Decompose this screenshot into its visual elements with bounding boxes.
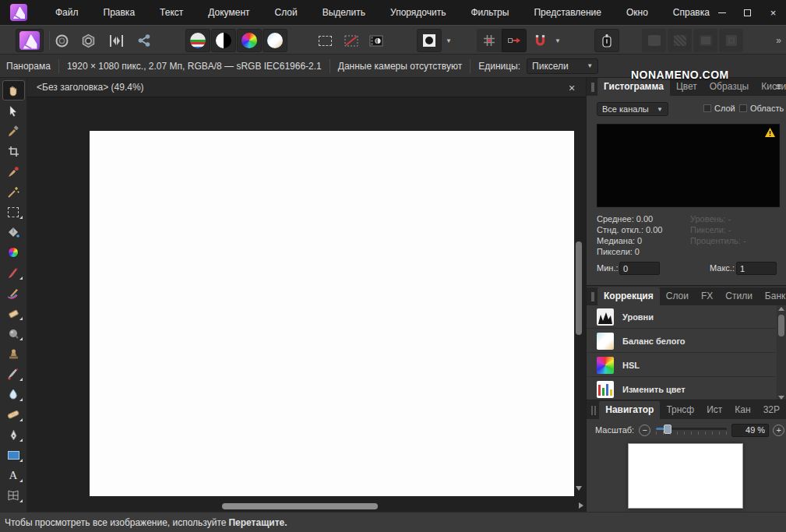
panel-grip-icon[interactable] [591, 406, 596, 415]
text-tool[interactable]: A [2, 465, 25, 485]
snapping-magnet-button[interactable] [528, 29, 552, 52]
gradient-tool[interactable] [2, 242, 25, 262]
develop-persona-button[interactable] [76, 29, 100, 52]
minimize-button[interactable] [709, 0, 735, 25]
units-dropdown[interactable]: Пиксели ▼ [527, 58, 598, 74]
panel-grip-icon[interactable] [591, 83, 594, 92]
deselect-button[interactable] [340, 29, 363, 52]
scroll-up-arrow[interactable] [778, 307, 784, 311]
list-item-recolour[interactable]: Изменить цвет [587, 378, 776, 401]
zoom-value-input[interactable] [731, 424, 769, 437]
tab-stock[interactable]: Банк [759, 287, 786, 305]
color-replacement-brush-tool[interactable] [2, 283, 25, 303]
stat-label: Уровень: [690, 214, 725, 224]
menu-edit[interactable]: Правка [91, 0, 148, 25]
document-tab[interactable]: <Без заголовка> (49.4%) [27, 82, 144, 93]
scroll-right-arrow[interactable] [579, 502, 583, 509]
tab-fx[interactable]: FX [695, 287, 719, 305]
panel-grip-icon[interactable] [591, 292, 594, 301]
zoom-out-button[interactable]: − [639, 425, 650, 436]
tab-layers[interactable]: Слои [660, 287, 695, 305]
blur-tool[interactable] [2, 384, 25, 404]
view-tool[interactable] [2, 80, 25, 100]
max-input[interactable] [736, 262, 777, 275]
tone-mapping-persona-button[interactable] [104, 29, 128, 52]
pen-tool[interactable] [2, 425, 25, 445]
quick-mask-button[interactable] [417, 29, 442, 52]
eraser-icon [8, 308, 19, 319]
paint-brush-tool[interactable] [2, 262, 25, 283]
toolbar-overflow-button[interactable]: » [776, 35, 781, 46]
menu-file[interactable]: Файл [43, 0, 91, 25]
tab-history[interactable]: Ист [700, 401, 728, 419]
selection-brush-tool[interactable] [2, 161, 25, 181]
tab-transform[interactable]: Трнсф [660, 401, 700, 419]
tab-adjustment[interactable]: Коррекция [597, 287, 660, 305]
area-checkbox[interactable] [739, 104, 747, 112]
vertical-scrollbar-thumb[interactable] [576, 241, 582, 335]
menu-filters[interactable]: Фильтры [458, 0, 521, 25]
zoom-in-button[interactable]: + [773, 425, 784, 436]
menu-text[interactable]: Текст [147, 0, 196, 25]
move-whole-pixels-button[interactable] [502, 29, 527, 52]
flood-fill-tool[interactable] [2, 222, 25, 242]
channels-dropdown[interactable]: Все каналы ▼ [597, 102, 668, 116]
menu-select[interactable]: Выделить [310, 0, 378, 25]
disabled-tool-button-2 [668, 29, 692, 52]
slider-thumb[interactable] [664, 425, 671, 434]
chevron-down-icon: ▼ [657, 106, 663, 113]
tab-navigator[interactable]: Навигатор [599, 401, 660, 419]
healing-brush-tool[interactable] [2, 404, 25, 425]
scrollbar-thumb[interactable] [778, 315, 784, 336]
marquee-toggle-button[interactable] [313, 29, 337, 52]
tab-close-button[interactable]: × [564, 78, 580, 97]
auto-contrast-button[interactable] [211, 29, 236, 52]
tab-32bit-preview[interactable]: 32P [757, 401, 786, 419]
mesh-warp-tool[interactable] [2, 485, 25, 506]
scroll-down-arrow[interactable] [576, 486, 582, 491]
list-item-white-balance[interactable]: Баланс белого [587, 329, 776, 353]
clone-stamp-tool[interactable] [2, 344, 25, 364]
list-item-hsl[interactable]: HSL [587, 354, 776, 377]
auto-levels-button[interactable] [185, 29, 210, 52]
maximize-button[interactable] [735, 0, 760, 25]
menu-view[interactable]: Представление [521, 0, 614, 25]
flood-select-tool[interactable] [2, 181, 25, 202]
close-button[interactable]: × [760, 0, 786, 25]
snapping-grid-button[interactable] [477, 29, 502, 52]
menu-layer[interactable]: Слой [263, 0, 310, 25]
color-picker-tool[interactable] [2, 121, 25, 141]
marquee-select-tool[interactable] [2, 202, 25, 222]
tab-brushes[interactable]: Кисти [755, 78, 786, 96]
document-canvas[interactable] [90, 131, 574, 496]
panel-menu-icon[interactable]: ≡ [775, 81, 781, 93]
navigator-thumbnail[interactable] [628, 443, 743, 509]
liquify-persona-button[interactable] [50, 29, 73, 52]
rectangle-tool[interactable] [2, 445, 25, 465]
menu-window[interactable]: Окно [614, 0, 661, 25]
erase-brush-tool[interactable] [2, 303, 25, 323]
mixer-brush-tool[interactable] [2, 364, 25, 384]
menu-arrange[interactable]: Упорядочить [378, 0, 458, 25]
menu-document[interactable]: Документ [196, 0, 262, 25]
horizontal-scrollbar-thumb[interactable] [222, 503, 378, 509]
auto-colours-button[interactable] [237, 29, 262, 52]
layer-checkbox[interactable] [703, 104, 711, 112]
photo-persona-button[interactable] [16, 29, 44, 52]
min-input[interactable] [619, 262, 660, 275]
export-persona-button[interactable] [132, 29, 156, 52]
film-frame-button[interactable] [365, 29, 388, 52]
stat-value: - [743, 236, 746, 245]
sponge-tool[interactable] [2, 323, 25, 344]
tab-styles[interactable]: Стили [719, 287, 759, 305]
move-tool[interactable] [2, 100, 25, 121]
stat-label: Пиксели: [597, 247, 633, 256]
quick-mask-dropdown[interactable]: ▼ [443, 29, 454, 52]
assistant-button[interactable] [594, 29, 619, 52]
zoom-slider[interactable] [656, 425, 727, 435]
auto-white-balance-button[interactable] [263, 29, 287, 52]
list-item-levels[interactable]: Уровни [587, 305, 776, 329]
snapping-dropdown[interactable]: ▼ [552, 29, 563, 52]
crop-tool[interactable] [2, 141, 25, 161]
tab-channels[interactable]: Кан [728, 401, 756, 419]
